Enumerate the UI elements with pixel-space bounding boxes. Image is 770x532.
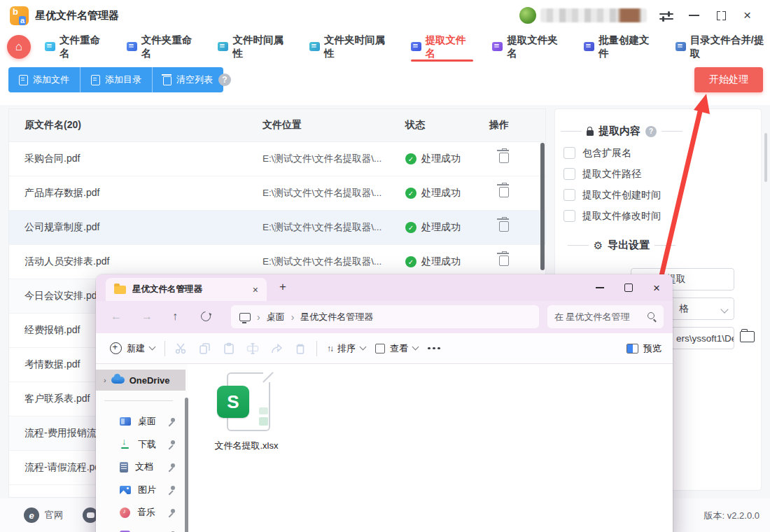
option-label: 提取文件修改时间 — [582, 210, 661, 223]
start-process-button[interactable]: 开始处理 — [694, 67, 763, 92]
nav-tab[interactable]: 提取文件夹名 — [492, 31, 565, 62]
preview-button[interactable]: 预览 — [626, 342, 662, 355]
maximize-button[interactable] — [717, 11, 726, 20]
sidebar-item[interactable]: 文档 — [96, 456, 184, 479]
folder-icon — [114, 286, 126, 294]
delete-row-icon[interactable] — [499, 187, 509, 197]
close-button[interactable]: × — [743, 7, 751, 24]
settings-sliders-icon[interactable] — [659, 12, 673, 21]
user-name-blurred[interactable] — [540, 8, 647, 22]
success-check-icon — [405, 188, 416, 199]
new-button[interactable]: 新建 — [110, 342, 155, 355]
extract-section-header: 提取内容 ? — [555, 125, 688, 138]
rename-icon[interactable] — [246, 342, 259, 355]
copy-icon[interactable] — [199, 342, 211, 355]
tab-icon — [127, 42, 137, 51]
official-site-link[interactable]: e 官网 — [24, 507, 63, 523]
tab-icon — [309, 42, 320, 51]
search-box[interactable]: 在 星优文件名管理 — [547, 305, 664, 328]
file-tile-xlsx[interactable]: S 文件名提取.xlsx — [208, 372, 285, 452]
checkbox[interactable] — [564, 189, 575, 201]
explorer-tab[interactable]: 星优文件名管理器 × — [106, 278, 267, 301]
help-icon[interactable]: ? — [645, 126, 657, 137]
table-row[interactable]: 公司规章制度.pdf E:\测试文件\文件名提取器\... 处理成功 — [9, 211, 545, 245]
table-row[interactable]: 采购合同.pdf E:\测试文件\文件名提取器\... 处理成功 — [9, 142, 545, 176]
breadcrumb-folder[interactable]: 星优文件名管理器 — [300, 311, 373, 323]
delete-row-icon[interactable] — [499, 221, 509, 232]
table-row[interactable]: 产品库存数据.pdf E:\测试文件\文件名提取器\... 处理成功 — [9, 176, 545, 211]
app-title: 星优文件名管理器 — [35, 9, 119, 22]
status-text: 处理成功 — [421, 153, 461, 165]
nav-tab[interactable]: 提取文件名 — [411, 31, 474, 62]
close-button[interactable]: × — [653, 282, 660, 294]
new-tab-button[interactable]: + — [279, 280, 286, 294]
refresh-icon[interactable] — [199, 309, 213, 323]
checkbox[interactable] — [564, 168, 575, 180]
maximize-button[interactable] — [624, 284, 633, 292]
cut-icon[interactable] — [175, 342, 188, 355]
sidebar-item[interactable]: 桌面 — [96, 410, 184, 433]
panel-scrollbar[interactable] — [764, 133, 767, 182]
more-icon[interactable] — [428, 347, 440, 350]
forward-icon[interactable]: → — [141, 310, 153, 323]
home-button[interactable]: ⌂ — [7, 35, 31, 59]
back-icon[interactable]: ← — [111, 310, 122, 323]
nav-tab[interactable]: 文件夹重命名 — [127, 31, 200, 62]
sort-button[interactable]: ↑↓ 排序 — [327, 342, 365, 355]
sidebar-item[interactable]: 音乐 — [96, 501, 184, 524]
user-avatar[interactable] — [519, 7, 536, 24]
nav-tab[interactable]: 批量创建文件 — [584, 31, 657, 62]
add-file-button[interactable]: 添加文件 — [8, 67, 80, 92]
pin-icon[interactable] — [168, 463, 176, 471]
explorer-titlebar[interactable]: 星优文件名管理器 × + × — [96, 274, 673, 301]
up-icon[interactable]: ↑ — [172, 310, 178, 323]
view-button[interactable]: 查看 — [375, 342, 418, 355]
minimize-button[interactable] — [689, 15, 699, 16]
sidebar-item[interactable] — [96, 524, 184, 532]
minimize-button[interactable] — [596, 287, 604, 288]
cell-location: E:\测试文件\文件名提取器\... — [262, 255, 405, 268]
nav-tab[interactable]: 目录文件合并/提取 — [676, 31, 770, 62]
share-icon[interactable] — [270, 342, 283, 355]
cell-filename: 活动人员安排表.pdf — [24, 255, 262, 268]
address-box[interactable]: › 桌面 › 星优文件名管理器 — [231, 305, 539, 328]
help-icon[interactable]: ? — [218, 74, 231, 86]
delete-row-icon[interactable] — [499, 255, 509, 266]
nav-tab[interactable]: 文件夹时间属性 — [309, 31, 392, 62]
pin-icon[interactable] — [168, 486, 176, 493]
pin-icon[interactable] — [168, 440, 176, 448]
app-logo-icon — [10, 6, 29, 25]
site-label: 官网 — [45, 509, 63, 522]
action-toolbar: 添加文件 添加目录 清空列表 ? 开始处理 — [0, 62, 770, 106]
file-actions-group: 添加文件 添加目录 清空列表 — [8, 67, 223, 92]
nav-tab[interactable]: 文件时间属性 — [218, 31, 290, 62]
col-status: 状态 — [405, 119, 489, 132]
sidebar-item[interactable]: 下载 — [96, 433, 184, 456]
extract-options: 包含扩展名 提取文件路径 提取文件创建时间 提取文件修改时间 — [564, 146, 661, 223]
tab-close-icon[interactable]: × — [253, 284, 258, 295]
paste-icon[interactable] — [223, 342, 235, 355]
checkbox[interactable] — [564, 147, 575, 159]
divider — [561, 131, 582, 132]
sidebar-item-onedrive[interactable]: › OneDrive — [96, 370, 186, 391]
explorer-window-controls: × — [596, 274, 666, 301]
add-folder-button[interactable]: 添加目录 — [80, 67, 153, 92]
cell-filename: 产品库存数据.pdf — [24, 187, 262, 200]
browse-folder-icon[interactable] — [740, 331, 755, 342]
sidebar-item[interactable]: 图片 — [96, 479, 184, 502]
divider — [662, 131, 682, 132]
chevron-right-icon[interactable]: › — [104, 376, 106, 384]
sheet-bars — [258, 407, 268, 426]
clear-list-button[interactable]: 清空列表 — [153, 67, 223, 92]
nav-tab[interactable]: 文件重命名 — [45, 31, 108, 62]
delete-icon[interactable] — [294, 342, 307, 355]
divider — [104, 400, 173, 401]
table-scrollbar[interactable] — [540, 143, 545, 270]
checkbox[interactable] — [564, 210, 575, 222]
pin-icon[interactable] — [168, 418, 176, 426]
breadcrumb-desktop[interactable]: 桌面 — [267, 311, 285, 323]
delete-row-icon[interactable] — [499, 153, 509, 163]
edit-icons-group — [175, 342, 307, 355]
extract-option: 提取文件修改时间 — [564, 209, 661, 223]
pin-icon[interactable] — [168, 509, 176, 517]
